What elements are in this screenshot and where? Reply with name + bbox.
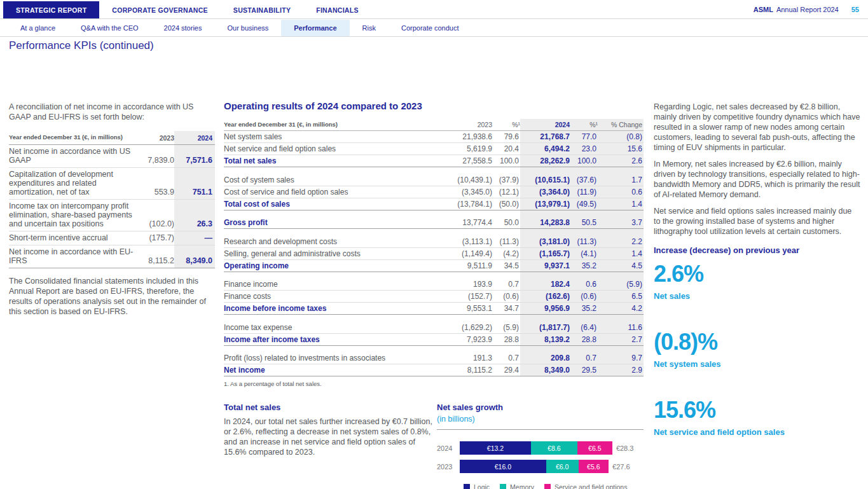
legend-label: Service and field options — [555, 483, 627, 489]
chart-total-label: €27.6 — [612, 463, 630, 471]
sub-nav-item-2024-stories[interactable]: 2024 stories — [151, 20, 215, 36]
sub-nav-item-performance[interactable]: Performance — [281, 20, 349, 36]
recon-row-label: Net income in accordance with EU-IFRS — [9, 245, 137, 268]
top-nav-tab-sustainability[interactable]: SUSTAINABILITY — [221, 1, 303, 18]
op-value-2024: 182.4 — [520, 279, 570, 291]
op-spacer-cell — [224, 345, 446, 352]
op-row-profit-loss-related-to-investments-in-associates: Profit (loss) related to investments in … — [224, 352, 644, 364]
op-spacer-cell — [570, 167, 598, 174]
op-value-2023: 27,558.5 — [446, 155, 492, 167]
op-pct-2024: 23.0 — [570, 143, 598, 155]
op-row-total-net-sales: Total net sales27,558.5100.028,262.9100.… — [224, 155, 644, 167]
op-pct-2024: 28.8 — [570, 333, 598, 345]
op-pct-2024: 29.5 — [570, 364, 598, 376]
op-header-pct-2023: %¹ — [492, 119, 520, 131]
recon-value-2024: 8,349.0 — [174, 245, 215, 268]
top-nav-tab-corporate-governance[interactable]: CORPORATE GOVERNANCE — [99, 1, 220, 18]
operating-results-section: Operating results of 2024 compared to 20… — [224, 100, 644, 489]
op-row-label: Net service and field option sales — [224, 143, 446, 155]
op-value-2024: (1,817.7) — [520, 322, 570, 334]
operating-header-row: Year ended December 31 (€, in millions)2… — [224, 119, 644, 131]
kpi-value: 2.6% — [654, 263, 860, 286]
op-change: 2.7 — [598, 333, 644, 345]
op-spacer-row — [224, 315, 644, 322]
reconciliation-row: Capitalization of development expenditur… — [9, 168, 215, 200]
op-value-2024: 209.8 — [520, 352, 570, 364]
op-spacer-cell — [446, 345, 492, 352]
op-value-2024: (1,165.7) — [520, 247, 570, 259]
legend-item-logic: Logic — [464, 483, 490, 489]
sub-nav-item-risk[interactable]: Risk — [350, 20, 389, 36]
legend-item-service-and-field-options: Service and field options — [544, 483, 627, 489]
op-change: 4.2 — [598, 303, 644, 315]
op-change: 11.6 — [598, 322, 644, 334]
sub-nav-item-our-business[interactable]: Our business — [214, 20, 281, 36]
op-value-2023: (3,113.1) — [446, 236, 492, 248]
recon-row-label: Income tax on intercompany profit elimin… — [9, 200, 137, 231]
page-number: 55 — [851, 6, 859, 13]
op-pct-2023: (5.9) — [492, 322, 520, 334]
op-change: 2.2 — [598, 236, 644, 248]
op-spacer-cell — [492, 229, 520, 236]
page-title: Performance KPIs (continued) — [9, 39, 154, 52]
operating-results-table-head: Year ended December 31 (€, in millions)2… — [224, 119, 644, 131]
op-change: (5.9) — [598, 279, 644, 291]
op-row-label: Cost of service and field option sales — [224, 186, 446, 198]
reconciliation-row: Income tax on intercompany profit elimin… — [9, 200, 215, 231]
op-pct-2024: (6.4) — [570, 322, 598, 334]
op-spacer-row — [224, 210, 644, 217]
op-value-2023: 7,923.9 — [446, 333, 492, 345]
top-nav-tab-financials[interactable]: FINANCIALS — [303, 1, 371, 18]
op-value-2023: (10,439.1) — [446, 174, 492, 186]
legend-label: Logic — [474, 483, 490, 489]
reconciliation-row: Net income in accordance with EU-IFRS8,1… — [9, 245, 215, 268]
op-change: 1.7 — [598, 174, 644, 186]
op-spacer-cell — [492, 272, 520, 279]
op-pct-2024: (11.9) — [570, 186, 598, 198]
op-value-2024: 14,283.8 — [520, 217, 570, 229]
op-row-label: Income after income taxes — [224, 333, 446, 345]
op-value-2023: (3,345.0) — [446, 186, 492, 198]
chart-bars: 2024€13.2€8.6€6.5€28.32023€16.0€6.0€5.6€… — [437, 441, 644, 473]
op-value-2023: 9,511.9 — [446, 259, 492, 272]
op-value-2023: (13,784.1) — [446, 198, 492, 210]
chart-bar-row-2023: 2023€16.0€6.0€5.6€27.6 — [437, 460, 644, 473]
op-header-2024: 2024 — [520, 119, 570, 131]
reconciliation-table-head: Year ended December 31 (€, in millions)2… — [9, 131, 215, 145]
chart-subtitle: (in billions) — [437, 415, 644, 424]
chart-year-label: 2023 — [437, 463, 460, 471]
op-spacer-cell — [224, 315, 446, 322]
op-row-label: Income tax expense — [224, 322, 446, 334]
kpi-label: Net system sales — [654, 359, 860, 369]
recon-value-2023: (175.7) — [137, 231, 174, 245]
op-value-2023: 21,938.6 — [446, 131, 492, 143]
op-spacer-cell — [598, 315, 644, 322]
op-spacer-cell — [570, 229, 598, 236]
commentary-section: Regarding Logic, net sales decreased by … — [654, 102, 860, 467]
op-spacer-cell — [224, 229, 446, 236]
op-row-label: Net income — [224, 364, 446, 376]
op-spacer-cell — [492, 345, 520, 352]
op-spacer-cell — [570, 315, 598, 322]
recon-row-label: Short-term incentive accrual — [9, 231, 137, 245]
op-spacer-cell — [598, 345, 644, 352]
recon-value-2024: 7,571.6 — [174, 145, 215, 168]
sub-nav-item-corporate-conduct[interactable]: Corporate conduct — [389, 20, 472, 36]
top-nav-tab-strategic-report[interactable]: STRATEGIC REPORT — [3, 1, 99, 18]
op-spacer-cell — [446, 315, 492, 322]
op-spacer-cell — [520, 229, 570, 236]
op-spacer-cell — [446, 229, 492, 236]
chart-year-label: 2024 — [437, 444, 460, 452]
chart-segment-memory: €8.6 — [531, 441, 577, 455]
recon-value-2023: 553.9 — [137, 168, 174, 200]
op-change: 1.4 — [598, 247, 644, 259]
sub-nav-item-q-a-with-the-ceo[interactable]: Q&A with the CEO — [68, 20, 151, 36]
operating-results-table-body: Net system sales21,938.679.621,768.777.0… — [224, 131, 644, 376]
chart-bar-track: €16.0€6.0€5.6 — [460, 460, 609, 473]
sub-nav-item-at-a-glance[interactable]: At a glance — [8, 20, 68, 36]
op-pct-2023: 79.6 — [492, 131, 520, 143]
op-value-2024: (3,181.0) — [520, 236, 570, 248]
op-spacer-cell — [520, 345, 570, 352]
chart-total-label: €28.3 — [616, 444, 634, 452]
op-pct-2023: 34.5 — [492, 259, 520, 272]
